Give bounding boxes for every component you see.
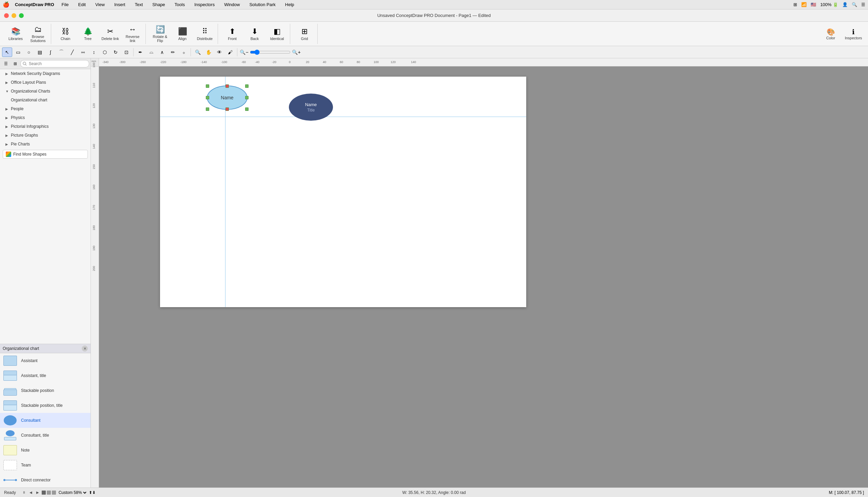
menu-file[interactable]: File	[60, 1, 71, 8]
zoom-slider[interactable]	[250, 49, 290, 55]
menu-tools[interactable]: Tools	[173, 1, 187, 8]
selected-shape-consultant[interactable]: Name	[207, 85, 247, 110]
table-tool[interactable]: ▤	[34, 47, 45, 57]
inspectors-button[interactable]: ℹ Inspectors	[842, 24, 865, 44]
shape-item-team[interactable]: Team	[0, 458, 90, 472]
distribute-button[interactable]: ⠿ Distribute	[194, 24, 216, 44]
back-button[interactable]: ⬇ Back	[244, 24, 266, 44]
close-button[interactable]	[4, 13, 9, 18]
canvas-page[interactable]: Name	[160, 76, 526, 307]
minimize-button[interactable]	[12, 13, 16, 18]
sidebar-item-physics[interactable]: ▶ Physics	[0, 113, 90, 122]
browse-solutions-button[interactable]: 🗂 Browse Solutions	[27, 24, 49, 44]
menu-window[interactable]: Window	[222, 1, 242, 8]
page-3-dot[interactable]	[52, 491, 56, 495]
sidebar-item-org-chart[interactable]: Organizational chart	[0, 96, 90, 104]
libraries-button[interactable]: 📚 Libraries	[5, 24, 26, 44]
menu-help[interactable]: Help	[283, 1, 296, 8]
handle-right[interactable]	[245, 96, 248, 99]
panel-grid-view[interactable]: ⊞	[11, 59, 20, 68]
shape-item-connector[interactable]: Direct connector	[0, 472, 90, 487]
panel-list-view[interactable]: ☰	[1, 59, 10, 68]
hand-tool[interactable]: ✋	[203, 47, 214, 57]
sidebar-item-pictorial[interactable]: ▶ Pictorial Infographics	[0, 122, 90, 131]
menu-text[interactable]: Text	[132, 1, 145, 8]
zoom-stepper[interactable]: ⬆⬇	[89, 490, 96, 495]
handle-bl[interactable]	[206, 108, 209, 111]
sidebar-item-picture[interactable]: ▶ Picture Graphs	[0, 131, 90, 140]
next-page-button[interactable]: ▶	[35, 490, 40, 495]
zoom-out-btn[interactable]: 🔍−	[239, 47, 249, 57]
handle-tr[interactable]	[245, 84, 248, 88]
shape-item-stackable-title[interactable]: Stackable position, title	[0, 398, 90, 413]
account-icon[interactable]: 👤	[842, 2, 848, 7]
brush-tool[interactable]: 🖌	[225, 47, 235, 57]
identical-button[interactable]: ◧ Identical	[266, 24, 288, 44]
menu-solution-park[interactable]: Solution Park	[247, 1, 278, 8]
handle-br[interactable]	[245, 108, 248, 111]
chain-button[interactable]: ⛓ Chain	[55, 24, 76, 44]
sidebar-item-office[interactable]: ▶ Office Layout Plans	[0, 78, 90, 87]
delete-link-button[interactable]: ✂ Delete link	[99, 24, 121, 44]
h-resize-tool[interactable]: ⇿	[78, 47, 88, 57]
zoom-select[interactable]: Custom 58% 50% 75% 100% 150% 200%	[57, 490, 87, 495]
close-library-button[interactable]: ✕	[82, 345, 88, 352]
shape-item-assistant[interactable]: Assistant	[0, 353, 90, 368]
wifi-icon[interactable]: 📶	[801, 2, 807, 7]
shape-name-title[interactable]: Name Title	[289, 94, 333, 121]
color-button[interactable]: 🎨 Color	[821, 24, 840, 44]
control-center-icon[interactable]: ⊞	[793, 2, 797, 7]
v-resize-tool[interactable]: ↕	[89, 47, 99, 57]
line-tool[interactable]: ╱	[67, 47, 77, 57]
node-tool[interactable]: ⬦	[179, 47, 189, 57]
flag-icon[interactable]: 🇺🇸	[811, 2, 816, 7]
pause-button[interactable]: ⏸	[22, 490, 27, 495]
maximize-button[interactable]	[19, 13, 24, 18]
tree-button[interactable]: 🌲 Tree	[77, 24, 99, 44]
page-2-dot[interactable]	[47, 491, 51, 495]
notification-icon[interactable]: ☰	[861, 2, 865, 7]
menu-inspectors[interactable]: Inspectors	[192, 1, 217, 8]
sidebar-item-people[interactable]: ▶ People	[0, 104, 90, 113]
ellipse-tool[interactable]: ○	[24, 47, 34, 57]
find-more-shapes-button[interactable]: Find More Shapes	[3, 150, 88, 159]
reverse-link-button[interactable]: ↔ Reverse link	[122, 24, 143, 44]
arc-tool[interactable]: ⌒	[56, 47, 67, 57]
curve-tool[interactable]: ∫	[45, 47, 56, 57]
shape-item-assistant-title[interactable]: Assistant, title	[0, 368, 90, 383]
menu-shape[interactable]: Shape	[150, 1, 167, 8]
canvas-scroll[interactable]: Name	[99, 67, 868, 487]
select-tool[interactable]: ↖	[2, 47, 12, 57]
align-button[interactable]: ⬛ Align	[172, 24, 193, 44]
prev-page-button[interactable]: ◀	[28, 490, 33, 495]
handle-bot[interactable]	[226, 108, 229, 111]
front-button[interactable]: ⬆ Front	[222, 24, 243, 44]
handle-tl[interactable]	[206, 84, 209, 88]
menu-insert[interactable]: Insert	[112, 1, 128, 8]
sidebar-item-pie[interactable]: ▶ Pie Charts	[0, 140, 90, 148]
eyedropper-tool[interactable]: 👁	[214, 47, 225, 57]
handle-left[interactable]	[206, 96, 209, 99]
search-input[interactable]	[20, 60, 89, 68]
sidebar-item-network[interactable]: ▶ Network Security Diagrams	[0, 69, 90, 78]
apple-icon[interactable]: 🍎	[3, 1, 10, 8]
transform-tool[interactable]: ⬡	[100, 47, 110, 57]
menu-view[interactable]: View	[93, 1, 107, 8]
search-icon[interactable]: 🔍	[852, 2, 857, 7]
menu-edit[interactable]: Edit	[76, 1, 88, 8]
rect-tool[interactable]: ▭	[13, 47, 23, 57]
zoom-in-btn[interactable]: 🔍+	[291, 47, 301, 57]
grid-button[interactable]: ⊞ Grid	[294, 24, 315, 44]
rotate-flip-button[interactable]: 🔄 Rotate & Flip	[149, 24, 171, 44]
pen-tool[interactable]: ✒	[135, 47, 145, 57]
freehand-tool[interactable]: ✏	[168, 47, 178, 57]
handle-top[interactable]	[226, 84, 229, 88]
page-1-dot[interactable]	[42, 491, 46, 495]
crop-tool[interactable]: ⊡	[122, 47, 131, 57]
sidebar-item-org[interactable]: ▼ Organizational Charts	[0, 87, 90, 96]
shape-item-consultant[interactable]: Consultant	[0, 413, 90, 428]
poly-tool[interactable]: ∧	[157, 47, 167, 57]
shape-item-stackable[interactable]: Stackable position	[0, 383, 90, 398]
bezier-tool[interactable]: ⌓	[146, 47, 156, 57]
shape-item-consultant-title[interactable]: Consultant, title	[0, 428, 90, 443]
